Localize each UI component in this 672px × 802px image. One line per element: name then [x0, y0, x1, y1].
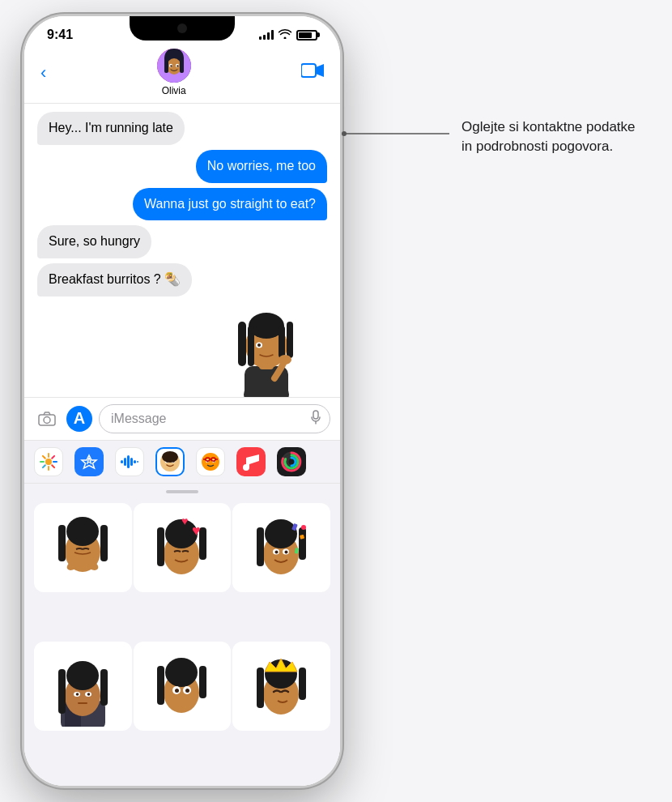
svg-point-60: [66, 517, 99, 546]
fitness-icon[interactable]: [277, 447, 306, 476]
svg-rect-16: [287, 322, 293, 358]
svg-point-78: [285, 550, 288, 553]
svg-rect-9: [301, 64, 316, 77]
contact-header[interactable]: Olivia: [157, 49, 191, 96]
svg-point-23: [44, 416, 50, 423]
video-call-button[interactable]: [301, 62, 324, 83]
svg-line-34: [52, 455, 54, 458]
sticker-grid: ♥ ♥: [24, 497, 340, 787]
battery-icon: [296, 30, 317, 41]
message-bubble: Hey... I'm running late: [37, 112, 185, 145]
svg-point-109: [342, 131, 347, 136]
svg-rect-73: [257, 527, 264, 566]
phone-frame: 9:41: [24, 16, 340, 786]
memoji-sticker: [214, 301, 319, 397]
message-row: Hey... I'm running late: [37, 112, 327, 145]
back-button[interactable]: ‹: [40, 62, 46, 83]
svg-rect-36: [121, 460, 123, 463]
appstore-button[interactable]: A: [66, 406, 92, 432]
photos-app-icon[interactable]: [34, 447, 63, 476]
svg-rect-18: [279, 326, 285, 358]
sticker-item[interactable]: [232, 642, 330, 731]
svg-rect-74: [299, 527, 306, 560]
annotation-text: Oglejte si kontaktne podatke in podrobno…: [461, 117, 640, 156]
animoji-icon[interactable]: [196, 447, 225, 476]
screen: 9:41: [24, 16, 340, 786]
message-input-wrapper[interactable]: iMessage: [99, 404, 330, 433]
svg-point-95: [165, 658, 198, 687]
svg-point-86: [66, 661, 99, 690]
svg-point-76: [275, 550, 279, 553]
svg-point-72: [265, 519, 297, 548]
camera-button[interactable]: [34, 406, 60, 432]
message-row: Sure, so hungry: [37, 225, 327, 258]
sticker-item[interactable]: [134, 642, 232, 731]
svg-text:♥: ♥: [192, 523, 201, 539]
svg-point-48: [202, 453, 219, 471]
input-placeholder: iMessage: [111, 412, 166, 426]
message-input[interactable]: iMessage: [99, 404, 330, 433]
svg-point-47: [162, 451, 178, 463]
message-bubble: No worries, me too: [196, 150, 327, 183]
annotation: Oglejte si kontaktne podatke in podrobno…: [461, 117, 640, 156]
svg-text:♥: ♥: [181, 514, 188, 527]
sticker-item[interactable]: ♥ ♥: [134, 503, 232, 592]
svg-line-32: [52, 465, 54, 467]
svg-point-101: [185, 689, 189, 693]
panel-handle-row: [24, 484, 340, 497]
appstore-app-icon[interactable]: A: [74, 447, 104, 476]
svg-rect-15: [238, 322, 246, 366]
svg-rect-67: [157, 527, 164, 566]
memoji-sticker-row: [37, 301, 327, 397]
svg-rect-87: [58, 669, 66, 714]
svg-rect-93: [78, 702, 87, 704]
audio-waves-icon[interactable]: [115, 447, 144, 476]
svg-rect-3: [164, 57, 168, 73]
svg-rect-38: [127, 455, 130, 468]
svg-rect-62: [100, 525, 108, 561]
mic-icon[interactable]: [311, 410, 321, 428]
wifi-icon: [279, 29, 291, 41]
svg-point-92: [87, 693, 91, 696]
music-icon[interactable]: [236, 447, 266, 476]
svg-point-26: [45, 459, 52, 465]
svg-point-103: [172, 694, 191, 707]
panel-handle: [166, 490, 198, 493]
svg-rect-4: [180, 57, 184, 73]
svg-point-8: [177, 65, 178, 66]
sticker-item[interactable]: [34, 642, 132, 731]
message-row: Wanna just go straight to eat?: [37, 188, 327, 221]
sticker-item[interactable]: [34, 503, 132, 592]
svg-line-31: [43, 455, 45, 458]
svg-rect-107: [299, 668, 306, 700]
message-bubble: Breakfast burritos ? 🌯: [37, 263, 192, 296]
svg-rect-41: [137, 461, 138, 463]
svg-rect-97: [199, 666, 206, 698]
message-bubble: Sure, so hungry: [37, 225, 151, 258]
svg-rect-96: [157, 666, 164, 705]
svg-rect-61: [58, 525, 66, 561]
message-row: No worries, me too: [37, 150, 327, 183]
contact-name: Olivia: [162, 85, 186, 96]
status-time: 9:41: [47, 28, 73, 42]
svg-rect-24: [313, 411, 318, 419]
signal-icon: [259, 30, 274, 40]
nav-bar: ‹: [24, 45, 340, 104]
status-icons: [259, 29, 317, 41]
message-bubble: Wanna just go straight to eat?: [133, 188, 327, 221]
notch: [130, 16, 235, 41]
svg-point-99: [175, 689, 179, 693]
svg-rect-40: [134, 460, 136, 463]
svg-rect-39: [130, 458, 133, 466]
input-area: A iMessage: [24, 397, 340, 440]
message-row: Breakfast burritos ? 🌯: [37, 263, 327, 296]
sticker-item[interactable]: [232, 503, 330, 592]
svg-rect-17: [248, 326, 254, 366]
svg-text:A: A: [86, 457, 91, 466]
chat-area: Hey... I'm running late No worries, me t…: [24, 104, 340, 397]
svg-point-20: [257, 343, 261, 347]
memoji-selector-icon[interactable]: [155, 447, 185, 476]
svg-point-7: [170, 65, 172, 66]
svg-line-33: [43, 465, 45, 467]
svg-point-2: [167, 58, 181, 75]
